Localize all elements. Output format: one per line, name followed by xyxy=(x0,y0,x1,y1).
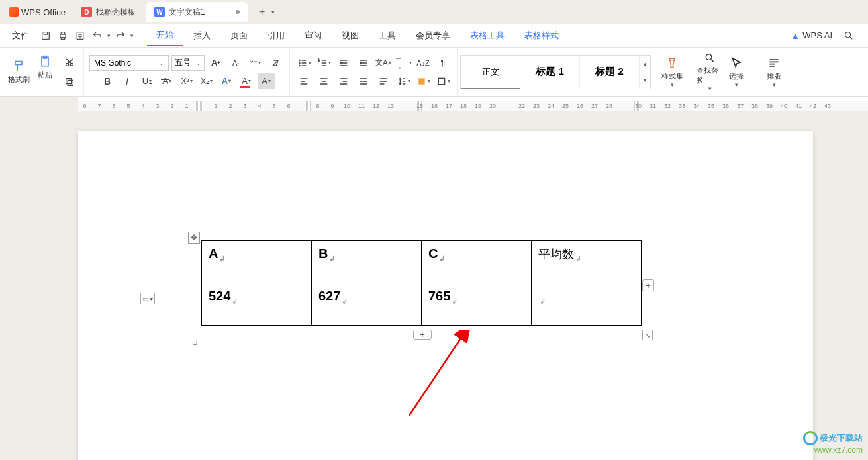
copy-icon[interactable] xyxy=(61,74,78,90)
style-scroll-down[interactable]: ▾ xyxy=(640,72,650,89)
number-list-icon[interactable]: 1 xyxy=(315,55,332,71)
clear-format-icon[interactable] xyxy=(267,55,284,71)
bold-icon[interactable]: B xyxy=(99,73,116,89)
ruler-tab-marker[interactable] xyxy=(305,101,311,111)
style-scroll-up[interactable]: ▴ xyxy=(640,56,650,72)
align-justify-icon[interactable] xyxy=(355,73,372,89)
new-tab-dropdown[interactable]: ▾ xyxy=(271,9,275,15)
chevron-down-icon: ▾ xyxy=(735,81,738,88)
border-icon[interactable] xyxy=(434,73,452,89)
style-normal[interactable]: 正文 xyxy=(461,56,520,89)
table-cell[interactable]: B↲ xyxy=(312,241,422,283)
font-name-select[interactable]: MS Gothic ⌄ xyxy=(89,55,169,71)
cut-icon[interactable] xyxy=(61,54,78,70)
menu-file[interactable]: 文件 xyxy=(5,30,36,42)
new-tab-button[interactable]: + xyxy=(254,4,270,20)
text-effect-icon[interactable]: A xyxy=(218,73,235,89)
italic-icon[interactable]: I xyxy=(119,73,136,89)
chevron-down-icon: ▾ xyxy=(773,81,776,88)
menu-tab-table-tools[interactable]: 表格工具 xyxy=(461,26,514,46)
font-color-icon[interactable]: A xyxy=(238,73,255,89)
undo-icon[interactable] xyxy=(90,28,105,43)
table-resize-handle[interactable]: ⤡ xyxy=(642,330,653,340)
menu-tab-home[interactable]: 开始 xyxy=(147,25,183,46)
chevron-down-icon: ⌄ xyxy=(196,60,201,66)
table-move-handle[interactable]: ✥ xyxy=(188,232,200,244)
shrink-font-icon[interactable]: A- xyxy=(227,55,244,71)
find-replace-button[interactable]: 查找替换 ▾ xyxy=(697,52,723,92)
document-canvas[interactable]: ✥ ▭ ▾ A↲ B↲ C↲ 平均数↲ 524↲ 627↲ 765↲ ↲ + +… xyxy=(0,111,868,460)
table-cell[interactable]: 平均数↲ xyxy=(532,241,642,283)
select-button[interactable]: 选择 ▾ xyxy=(723,52,749,92)
table-cell[interactable]: ↲ xyxy=(532,283,642,326)
menu-tab-insert[interactable]: 插入 xyxy=(184,26,220,46)
table-add-column-button[interactable]: + xyxy=(642,279,654,291)
table-row-handle[interactable]: ▭ ▾ xyxy=(140,293,155,304)
menu-tab-table-style[interactable]: 表格样式 xyxy=(515,26,568,46)
tab-templates[interactable]: D 找稻壳模板 xyxy=(73,2,144,22)
menu-tab-tools[interactable]: 工具 xyxy=(369,26,405,46)
table-row[interactable]: A↲ B↲ C↲ 平均数↲ xyxy=(202,241,642,283)
table-cell[interactable]: 524↲ xyxy=(202,283,312,326)
align-left-icon[interactable] xyxy=(295,73,313,89)
show-marks-icon[interactable]: ¶ xyxy=(434,55,452,71)
ribbon-group-styles: 正文 标题 1 标题 2 ▴ ▾ xyxy=(458,48,653,96)
sort-icon[interactable]: A↓Z xyxy=(414,55,432,71)
save-icon[interactable] xyxy=(38,28,53,43)
svg-point-14 xyxy=(299,65,299,66)
wps-ai-button[interactable]: ▲ WPS AI xyxy=(791,30,832,41)
style-heading2[interactable]: 标题 2 xyxy=(580,56,640,89)
text-direction-icon[interactable]: 文A xyxy=(375,55,392,71)
align-center-icon[interactable] xyxy=(315,73,332,89)
table-cell[interactable]: A↲ xyxy=(202,241,312,283)
decrease-indent-icon[interactable] xyxy=(335,55,352,71)
style-heading1[interactable]: 标题 1 xyxy=(520,56,580,89)
menu-tab-review[interactable]: 审阅 xyxy=(295,26,331,46)
underline-icon[interactable]: U xyxy=(138,73,156,89)
menu-tab-member[interactable]: 会员专享 xyxy=(407,26,459,46)
asian-layout-icon[interactable]: ← → xyxy=(395,55,412,71)
distribute-icon[interactable] xyxy=(375,73,392,89)
grow-font-icon[interactable]: A+ xyxy=(207,55,224,71)
subscript-icon[interactable]: X₂ xyxy=(198,73,215,89)
superscript-icon[interactable]: X² xyxy=(178,73,195,89)
paste-button[interactable]: 粘贴 xyxy=(32,52,58,83)
menu-bar: 文件 ▾ ▾ 开始 插入 页面 引用 审阅 视图 工具 会员专享 表格工具 表格… xyxy=(0,24,868,48)
table-cell[interactable]: C↲ xyxy=(422,241,532,283)
table-add-row-button[interactable]: + xyxy=(413,330,432,340)
table-cell[interactable]: 765↲ xyxy=(422,283,532,326)
format-painter-button[interactable]: 格式刷 xyxy=(5,52,32,92)
font-size-select[interactable]: 五号 ⌄ xyxy=(171,55,205,71)
document-table[interactable]: A↲ B↲ C↲ 平均数↲ 524↲ 627↲ 765↲ ↲ xyxy=(201,240,642,326)
ruler[interactable]: 6785432112345689101112131516171819202223… xyxy=(78,97,868,111)
document-page[interactable]: ✥ ▭ ▾ A↲ B↲ C↲ 平均数↲ 524↲ 627↲ 765↲ ↲ + +… xyxy=(78,131,813,460)
shading-icon[interactable] xyxy=(414,73,432,89)
highlight-icon[interactable]: A xyxy=(258,73,275,89)
line-spacing-icon[interactable] xyxy=(395,73,412,89)
menu-right: ▲ WPS AI xyxy=(791,28,856,43)
align-right-icon[interactable] xyxy=(335,73,352,89)
bullet-list-icon[interactable] xyxy=(295,55,313,71)
chevron-down-icon: ▾ xyxy=(708,85,712,92)
change-case-icon[interactable]: ᵛ⁼ xyxy=(247,55,264,71)
redo-icon[interactable] xyxy=(113,28,128,43)
print-icon[interactable] xyxy=(56,28,70,43)
layout-button[interactable]: 排版 ▾ xyxy=(761,52,787,92)
increase-indent-icon[interactable] xyxy=(355,55,372,71)
menu-tab-view[interactable]: 视图 xyxy=(332,26,368,46)
tab-document[interactable]: W 文字文稿1 xyxy=(146,2,248,22)
redo-dropdown[interactable]: ▾ xyxy=(130,32,134,39)
undo-dropdown[interactable]: ▾ xyxy=(107,32,111,39)
layout-label: 排版 xyxy=(767,71,781,81)
table-row[interactable]: 524↲ 627↲ 765↲ ↲ xyxy=(202,283,642,326)
table-cell[interactable]: 627↲ xyxy=(312,283,422,326)
paste-label: 粘贴 xyxy=(38,70,52,80)
app-logo[interactable]: WPS Office xyxy=(3,2,72,22)
search-icon[interactable] xyxy=(842,28,856,43)
strikethrough-icon[interactable]: A xyxy=(158,73,175,89)
menu-tab-page[interactable]: 页面 xyxy=(221,26,257,46)
print-preview-icon[interactable] xyxy=(73,28,87,43)
ruler-indent-marker[interactable] xyxy=(196,101,203,111)
menu-tab-reference[interactable]: 引用 xyxy=(258,26,294,46)
style-set-button[interactable]: 样式集 ▾ xyxy=(659,52,685,92)
